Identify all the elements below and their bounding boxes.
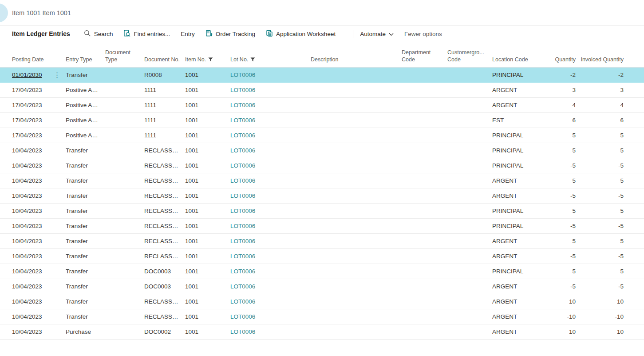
cell-value: LOT0006: [230, 328, 255, 335]
cell-document-no: 1111: [144, 102, 185, 108]
page-title: Item 1001 Item 1001: [12, 9, 71, 16]
table-body: 01/01/2030⋮TransferR00081001LOT0006PRINC…: [0, 68, 644, 340]
cell-value: 10/04/2023: [12, 208, 42, 214]
cell-item-no: 1001: [185, 117, 230, 124]
cell-document-no: RECLASS00...: [144, 162, 185, 169]
table-row[interactable]: 10/04/2023TransferDOC00031001LOT0006ARGE…: [0, 279, 644, 294]
table-row[interactable]: 10/04/2023TransferRECLASS00...1001LOT000…: [0, 219, 644, 234]
cell-value: Purchase: [66, 328, 91, 335]
cell-posting-date[interactable]: 01/01/2030: [0, 72, 54, 78]
table-row[interactable]: 17/04/2023Positive Adj...11111001LOT0006…: [0, 128, 644, 143]
column-header-lot-no[interactable]: Lot No.: [230, 56, 311, 63]
cell-value: 5: [572, 132, 576, 139]
cell-value: LOT0006: [230, 147, 255, 154]
table-row[interactable]: 17/04/2023Positive Adj...11111001LOT0006…: [0, 113, 644, 128]
table-row[interactable]: 10/04/2023TransferRECLASS00...1001LOT000…: [0, 294, 644, 309]
automate-label: Automate: [360, 31, 386, 37]
cell-quantity: -5: [550, 283, 579, 290]
cell-value: Transfer: [66, 283, 88, 290]
column-header-item-no[interactable]: Item No.: [185, 56, 230, 63]
cell-value: Transfer: [66, 72, 88, 78]
column-header-department-code[interactable]: Department Code: [402, 49, 447, 64]
table-row[interactable]: 01/01/2030⋮TransferR00081001LOT0006PRINC…: [0, 68, 644, 83]
column-header-invoiced-quantity[interactable]: Invoiced Quantity: [579, 56, 627, 63]
cell-value: RECLASS00...: [144, 147, 184, 154]
row-menu[interactable]: ⋮: [54, 72, 66, 79]
cell-value: RECLASS00...: [144, 298, 184, 305]
application-worksheet-icon: [266, 30, 273, 38]
cell-lot-no[interactable]: LOT0006: [230, 313, 311, 320]
column-header-label: Customergro... Code: [447, 49, 484, 63]
cell-item-no: 1001: [185, 253, 230, 260]
cell-document-no: RECLASS00...: [144, 253, 185, 260]
row-menu-icon[interactable]: ⋮: [54, 72, 60, 78]
column-header-posting-date[interactable]: Posting Date: [0, 56, 66, 63]
table-row[interactable]: 10/04/2023PurchaseDOC00021001LOT0006ARGE…: [0, 324, 644, 340]
cell-lot-no[interactable]: LOT0006: [230, 328, 311, 335]
column-header-label: Invoiced Quantity: [581, 56, 624, 63]
search-button[interactable]: Search: [84, 30, 113, 38]
table-row[interactable]: 10/04/2023TransferRECLASS00...1001LOT000…: [0, 204, 644, 219]
cell-location-code[interactable]: PRINCIPAL: [492, 72, 550, 78]
table-row[interactable]: 17/04/2023Positive Adj...11111001LOT0006…: [0, 98, 644, 113]
entry-button[interactable]: Entry: [181, 31, 195, 37]
list-caption: Item Ledger Entries: [12, 30, 70, 37]
cell-value: DOC0002: [144, 328, 171, 335]
cell-value: 5: [620, 132, 624, 139]
cell-lot-no[interactable]: LOT0006: [230, 87, 311, 93]
cell-lot-no[interactable]: LOT0006: [230, 208, 311, 214]
cell-invoiced-quantity: -5: [579, 253, 627, 260]
toolbar-divider: [77, 30, 77, 38]
table-row[interactable]: 10/04/2023TransferRECLASS00...1001LOT000…: [0, 309, 644, 324]
table-row[interactable]: 10/04/2023TransferRECLASS00...1001LOT000…: [0, 158, 644, 173]
fewer-options-button[interactable]: Fewer options: [404, 31, 442, 37]
column-header-document-type[interactable]: Document Type: [105, 49, 144, 64]
table-row[interactable]: 10/04/2023TransferDOC00031001LOT0006PRIN…: [0, 264, 644, 279]
cell-value: RECLASS00...: [144, 192, 184, 199]
cell-lot-no[interactable]: LOT0006: [230, 298, 311, 305]
cell-value: -5: [618, 253, 624, 260]
column-header-label: Document No.: [144, 56, 180, 63]
cell-value: 5: [620, 208, 624, 214]
cell-entry-type: Transfer: [66, 162, 105, 169]
cell-lot-no[interactable]: LOT0006: [230, 177, 311, 184]
table-row[interactable]: 10/04/2023TransferRECLASS00...1001LOT000…: [0, 143, 644, 158]
column-header-quantity[interactable]: Quantity: [550, 56, 579, 63]
avatar[interactable]: [0, 4, 8, 22]
cell-value: ARGENT: [492, 283, 517, 290]
find-entries-button[interactable]: Find entries...: [123, 30, 170, 38]
application-worksheet-button[interactable]: Application Worksheet: [266, 30, 336, 38]
column-header-description[interactable]: Description: [311, 56, 402, 63]
cell-value: LOT0006: [230, 223, 255, 229]
cell-lot-no[interactable]: LOT0006: [230, 238, 311, 244]
cell-value: 10: [617, 298, 624, 305]
cell-lot-no[interactable]: LOT0006: [230, 253, 311, 260]
cell-value: LOT0006: [230, 87, 255, 93]
column-header-location-code[interactable]: Location Code: [492, 56, 550, 63]
cell-value: 17/04/2023: [12, 102, 42, 108]
cell-lot-no[interactable]: LOT0006: [230, 268, 311, 275]
cell-lot-no[interactable]: LOT0006: [230, 102, 311, 108]
column-header-entry-type[interactable]: Entry Type: [66, 56, 105, 63]
cell-lot-no[interactable]: LOT0006: [230, 162, 311, 169]
column-header-document-no[interactable]: Document No.: [144, 56, 185, 63]
search-label: Search: [94, 31, 113, 37]
table-row[interactable]: 10/04/2023TransferRECLASS00...1001LOT000…: [0, 173, 644, 188]
order-tracking-button[interactable]: Order Tracking: [205, 30, 255, 38]
cell-lot-no[interactable]: LOT0006: [230, 283, 311, 290]
cell-lot-no[interactable]: LOT0006: [230, 132, 311, 139]
cell-lot-no[interactable]: LOT0006: [230, 147, 311, 154]
cell-lot-no[interactable]: LOT0006: [230, 117, 311, 124]
cell-item-no: 1001: [185, 192, 230, 199]
table-row[interactable]: 10/04/2023TransferRECLASS00...1001LOT000…: [0, 249, 644, 264]
cell-item-no[interactable]: 1001: [185, 72, 230, 78]
column-header-label: Document Type: [105, 49, 130, 63]
table-row[interactable]: 10/04/2023TransferRECLASS00...1001LOT000…: [0, 188, 644, 204]
cell-lot-no[interactable]: LOT0006: [230, 72, 311, 78]
cell-lot-no[interactable]: LOT0006: [230, 192, 311, 199]
table-row[interactable]: 17/04/2023Positive Adj...11111001LOT0006…: [0, 83, 644, 98]
cell-lot-no[interactable]: LOT0006: [230, 223, 311, 229]
column-header-customergroup-code[interactable]: Customergro... Code: [447, 49, 492, 64]
automate-menu-button[interactable]: Automate: [360, 31, 394, 37]
table-row[interactable]: 10/04/2023TransferRECLASS00...1001LOT000…: [0, 234, 644, 249]
